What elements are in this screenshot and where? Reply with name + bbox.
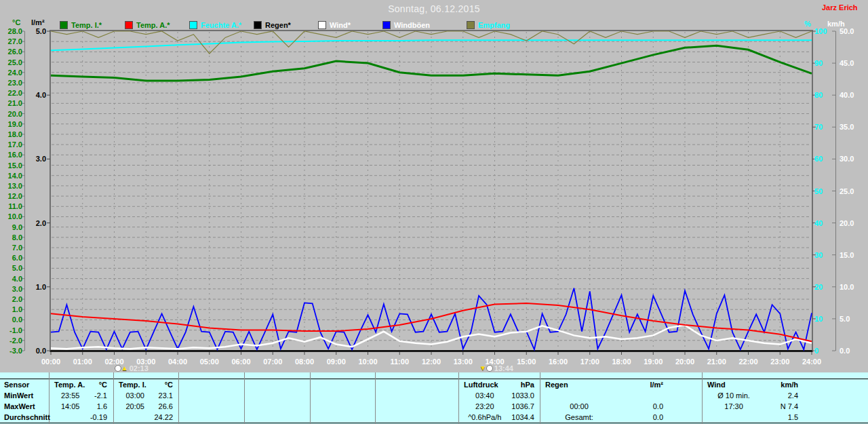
table-sensor-unit: °C xyxy=(116,381,173,389)
table-column-separator xyxy=(702,372,703,424)
rain-axis-tick-label: 2.0 xyxy=(27,219,46,227)
x-axis-label: 10:00 xyxy=(353,358,383,366)
temp-axis-tick-label: 26.0 xyxy=(1,47,22,56)
table-value: 26.6 xyxy=(116,402,173,411)
table-value: 1.6 xyxy=(52,402,107,411)
x-axis-label: 09:00 xyxy=(321,358,351,366)
wind-axis-tick-label: 25.0 xyxy=(840,187,863,195)
temp-axis-tick-label: 0.0 xyxy=(1,315,22,324)
marker-time: 02:13 xyxy=(130,364,149,372)
temp-axis-tick-label: 16.0 xyxy=(1,151,22,159)
legend-item: Empfang xyxy=(467,21,510,29)
legend-label: Empfang xyxy=(478,21,510,29)
weather-logger-app: Sonntag, 06.12.2015 Jarz Erich °C l/m² %… xyxy=(0,0,868,424)
summary-panel: SensorMinWertMaxWertDurchschnittTemp. A.… xyxy=(0,372,868,424)
x-axis-label: 16:00 xyxy=(543,358,573,366)
panel-bottom-divider xyxy=(0,423,868,423)
temp-axis-tick-label: 23.0 xyxy=(1,79,22,87)
wind-axis-tick-label: 15.0 xyxy=(840,251,863,259)
x-axis-label: 01:00 xyxy=(68,358,98,366)
x-axis-label: 00:00 xyxy=(36,358,66,366)
humidity-axis-tick-label: 40 xyxy=(814,219,835,227)
moon-icon xyxy=(486,365,493,372)
legend-swatch-temp-a xyxy=(125,21,133,29)
x-axis-label: 05:00 xyxy=(195,358,224,366)
humidity-axis-tick-label: 80 xyxy=(814,91,835,99)
temp-axis-tick-label: 12.0 xyxy=(1,192,22,200)
temp-axis-tick-label: 22.0 xyxy=(1,89,22,97)
temp-axis-tick-label: 25.0 xyxy=(1,58,22,66)
x-axis-label: 18:00 xyxy=(607,358,637,366)
temp-axis-tick-label: 2.0 xyxy=(1,295,22,303)
x-axis-label: 21:00 xyxy=(702,358,732,366)
legend-item: Windböen xyxy=(382,21,430,29)
table-column-separator xyxy=(113,372,114,424)
table-row-header: MaxWert xyxy=(4,402,35,411)
table-row-header: Sensor xyxy=(4,381,29,389)
legend-label: Regen* xyxy=(265,21,291,29)
table-row-header: MinWert xyxy=(4,391,33,400)
x-axis-label: 11:00 xyxy=(384,358,414,366)
table-column-separator xyxy=(540,372,540,424)
temp-axis-tick-label: 13.0 xyxy=(1,182,22,190)
arrow-down-icon: ▼ xyxy=(479,365,486,372)
x-axis-label: 12:00 xyxy=(416,358,446,366)
wind-axis-tick-label: 30.0 xyxy=(840,155,863,163)
temp-axis-tick-label: 8.0 xyxy=(1,233,22,242)
table-column-separator xyxy=(310,372,311,424)
rain-axis-tick-label: 4.0 xyxy=(27,91,46,99)
temp-axis-tick-label: 17.0 xyxy=(1,140,22,149)
arrow-up-icon: ▲ xyxy=(121,365,128,372)
wind-axis-tick-label: 20.0 xyxy=(840,219,863,227)
temp-axis-tick-label: -3.0 xyxy=(1,347,22,355)
temp-axis-tick-label: 20.0 xyxy=(1,110,22,118)
wind-axis-tick-label: 5.0 xyxy=(840,315,863,323)
humidity-axis-tick-label: 20 xyxy=(814,283,835,291)
temp-axis-tick-label: 18.0 xyxy=(1,130,22,138)
x-axis-label: 07:00 xyxy=(258,358,288,366)
x-axis-label: 23:00 xyxy=(765,358,795,366)
temp-axis-tick-label: 15.0 xyxy=(1,161,22,170)
legend-swatch-feuchte-a xyxy=(189,21,197,29)
legend-label: Temp. A.* xyxy=(136,21,170,29)
temp-axis-tick-label: 14.0 xyxy=(1,172,22,180)
wind-axis-tick-label: 10.0 xyxy=(840,283,863,291)
wind-axis-tick-label: 45.0 xyxy=(840,59,863,67)
temp-axis-tick-label: 24.0 xyxy=(1,69,22,77)
temp-axis-tick-label: 11.0 xyxy=(1,202,22,210)
table-value: 1036.7 xyxy=(461,402,534,411)
legend-item: Feuchte A.* xyxy=(189,21,241,29)
rain-axis-tick-label: 1.0 xyxy=(27,283,46,291)
legend-item: Temp. I.* xyxy=(60,21,102,29)
table-column-separator xyxy=(458,372,459,424)
x-axis-label: 13:00 xyxy=(448,358,478,366)
temp-axis-tick-label: 19.0 xyxy=(1,120,22,128)
temp-axis-tick-label: 27.0 xyxy=(1,37,22,45)
table-value: 24.22 xyxy=(116,413,173,422)
x-axis-label: 17:00 xyxy=(575,358,605,366)
wind-axis-tick-label: 35.0 xyxy=(840,123,863,131)
legend-item: Regen* xyxy=(254,21,291,29)
table-value: 23.1 xyxy=(116,391,173,400)
table-value: 2.4 xyxy=(705,391,798,400)
table-value: 1.5 xyxy=(705,413,798,422)
temp-axis-tick-label: 4.0 xyxy=(1,275,22,283)
rain-axis-tick-label: 0.0 xyxy=(27,347,46,355)
temp-axis-tick-label: 10.0 xyxy=(1,212,22,220)
temp-axis-tick-label: 7.0 xyxy=(1,244,22,252)
legend-label: Windböen xyxy=(394,21,430,29)
humidity-axis-tick-label: 30 xyxy=(814,251,835,259)
table-sensor-unit: °C xyxy=(52,381,107,389)
panel-top-divider xyxy=(0,379,868,379)
temp-axis-tick-label: 1.0 xyxy=(1,305,22,313)
temp-axis-tick-label: -1.0 xyxy=(1,326,22,334)
legend-label: Wind* xyxy=(330,21,351,29)
table-value: 0.0 xyxy=(542,402,663,411)
humidity-axis-tick-label: 50 xyxy=(814,187,835,195)
wind-axis-tick-label: 0.0 xyxy=(840,347,863,355)
temp-axis-tick-label: 28.0 xyxy=(1,27,22,35)
x-axis-label: 04:00 xyxy=(163,358,193,366)
humidity-axis-tick-label: 90 xyxy=(814,59,835,67)
temp-axis-tick-label: 9.0 xyxy=(1,223,22,231)
temp-axis-tick-label: 3.0 xyxy=(1,285,22,293)
